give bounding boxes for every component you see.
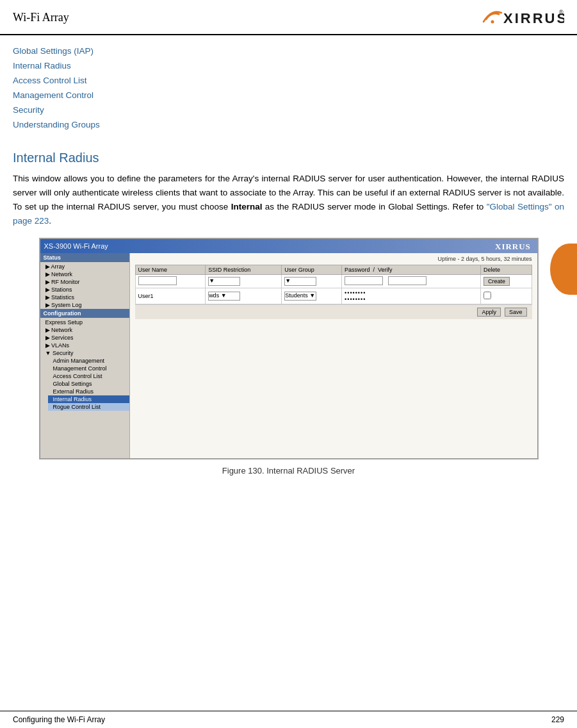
sidebar-global-settings[interactable]: Global Settings xyxy=(48,380,129,388)
screenshot-titlebar: XS-3900 Wi-Fi Array XIRRUS xyxy=(40,239,537,253)
nav-links: Global Settings (IAP) Internal Radius Ac… xyxy=(0,35,577,139)
cell-password-user1: •••••••• •••••••• xyxy=(342,288,481,304)
sidebar-rogue-control[interactable]: Rogue Control List xyxy=(48,403,129,411)
sidebar-statistics[interactable]: ▶ Statistics xyxy=(40,294,129,301)
table-row-new: ▼ ▼ Create xyxy=(135,274,532,288)
footer-right: 229 xyxy=(551,715,564,724)
footer-left: Configuring the Wi-Fi Array xyxy=(13,715,105,724)
svg-text:®: ® xyxy=(559,9,564,15)
input-verify-new[interactable] xyxy=(388,276,427,285)
sidebar-services[interactable]: ▶ Services xyxy=(40,334,129,342)
radius-table: User Name SSID Restriction User Group Pa… xyxy=(135,265,532,304)
section-heading: Internal Radius xyxy=(13,151,564,165)
create-button[interactable]: Create xyxy=(484,277,510,286)
apply-button[interactable]: Apply xyxy=(477,308,501,317)
sidebar-stations[interactable]: ▶ Stations xyxy=(40,286,129,294)
col-group: User Group xyxy=(282,265,342,274)
xirrus-logo-svg: XIRRUS ® xyxy=(481,6,564,29)
cell-group-user1: Students ▼ xyxy=(282,288,342,304)
delete-checkbox-user1[interactable] xyxy=(484,292,491,299)
cell-password-new xyxy=(342,274,481,288)
sidebar-security[interactable]: ▼ Security xyxy=(40,349,129,357)
sidebar-network-config[interactable]: ▶ Network xyxy=(40,326,129,334)
screenshot-container: XS-3900 Wi-Fi Array XIRRUS Status ▶ Arra… xyxy=(39,238,539,459)
figure-caption: Figure 130. Internal RADIUS Server xyxy=(13,466,564,476)
para-text-3: . xyxy=(49,216,51,226)
sidebar-express-setup[interactable]: Express Setup xyxy=(40,318,129,326)
svg-point-0 xyxy=(491,21,494,24)
cell-ssid-user1: wds ▼ xyxy=(206,288,282,304)
cell-username-new xyxy=(135,274,206,288)
col-password: Password / Verify xyxy=(342,265,481,274)
bold-internal: Internal xyxy=(231,202,263,211)
col-ssid: SSID Restriction xyxy=(206,265,282,274)
page-header: Wi-Fi Array XIRRUS ® xyxy=(0,0,577,35)
screenshot-main: Uptime - 2 days, 5 hours, 32 minutes Use… xyxy=(130,253,537,458)
sidebar-external-radius[interactable]: External Radius xyxy=(48,388,129,395)
sidebar-config-header: Configuration xyxy=(40,309,129,318)
sidebar-system-log[interactable]: ▶ System Log xyxy=(40,301,129,309)
nav-link-management-control[interactable]: Management Control xyxy=(13,88,564,103)
sidebar-sub-menu: Admin Management Management Control Acce… xyxy=(40,357,129,411)
nav-link-security[interactable]: Security xyxy=(13,103,564,118)
verify-dots: •••••••• xyxy=(345,296,366,302)
page-footer: Configuring the Wi-Fi Array 229 xyxy=(0,711,577,728)
screenshot-inner: XS-3900 Wi-Fi Array XIRRUS Status ▶ Arra… xyxy=(40,238,538,459)
sidebar-internal-radius[interactable]: Internal Radius xyxy=(48,395,129,403)
select-ssid-user1[interactable]: wds ▼ xyxy=(208,292,240,301)
sidebar-rf-monitor[interactable]: ▶ RF Monitor xyxy=(40,278,129,286)
sidebar-status-header: Status xyxy=(40,253,129,262)
select-group-new[interactable]: ▼ xyxy=(284,277,316,286)
input-username-new[interactable] xyxy=(138,276,177,285)
screenshot-bottom-bar: Apply Save xyxy=(135,304,532,319)
sidebar-vlans[interactable]: ▶ VLANs xyxy=(40,342,129,349)
svg-text:XIRRUS: XIRRUS xyxy=(503,10,564,26)
para-text-2: as the RADIUS server mode in Global Sett… xyxy=(262,202,486,211)
cell-delete-user1 xyxy=(480,288,532,304)
select-ssid-new[interactable]: ▼ xyxy=(208,277,240,286)
password-dots: •••••••• xyxy=(345,290,366,296)
cell-create-btn: Create xyxy=(480,274,532,288)
cell-ssid-new: ▼ xyxy=(206,274,282,288)
screenshot-body: Status ▶ Array ▶ Network ▶ RF Monitor ▶ … xyxy=(40,253,537,458)
screenshot-title: XS-3900 Wi-Fi Array xyxy=(44,242,108,250)
screenshot-logo: XIRRUS xyxy=(495,241,533,251)
nav-link-understanding-groups[interactable]: Understanding Groups xyxy=(13,118,564,133)
col-username: User Name xyxy=(135,265,206,274)
nav-link-global-settings[interactable]: Global Settings (IAP) xyxy=(13,44,564,59)
sidebar-admin-mgmt[interactable]: Admin Management xyxy=(48,357,129,365)
main-content: Internal Radius This window allows you t… xyxy=(0,139,577,499)
save-button[interactable]: Save xyxy=(505,308,527,317)
input-password-new[interactable] xyxy=(345,276,383,285)
select-group-user1[interactable]: Students ▼ xyxy=(284,292,316,301)
body-paragraph: This window allows you to define the par… xyxy=(13,172,564,229)
sidebar-mgmt-control[interactable]: Management Control xyxy=(48,365,129,372)
table-row-user1: User1 wds ▼ Students ▼ •••••••• •••••••• xyxy=(135,288,532,304)
nav-link-internal-radius[interactable]: Internal Radius xyxy=(13,59,564,74)
sidebar-array[interactable]: ▶ Array xyxy=(40,263,129,270)
col-delete: Delete xyxy=(480,265,532,274)
sidebar-acl[interactable]: Access Control List xyxy=(48,372,129,380)
logo: XIRRUS ® xyxy=(481,6,564,29)
sidebar-network[interactable]: ▶ Network xyxy=(40,270,129,278)
screenshot-sidebar: Status ▶ Array ▶ Network ▶ RF Monitor ▶ … xyxy=(40,253,130,458)
uptime-display: Uptime - 2 days, 5 hours, 32 minutes xyxy=(135,256,532,262)
cell-username-user1: User1 xyxy=(135,288,206,304)
svg-text:XIRRUS: XIRRUS xyxy=(495,242,531,251)
nav-link-access-control[interactable]: Access Control List xyxy=(13,74,564,88)
page-title: Wi-Fi Array xyxy=(13,11,69,24)
cell-group-new: ▼ xyxy=(282,274,342,288)
